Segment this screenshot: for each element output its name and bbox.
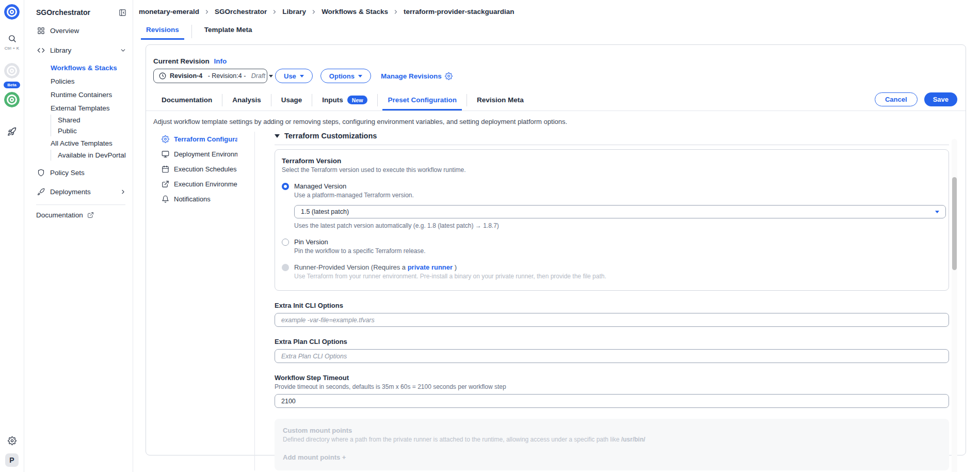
sidebar-item-shared[interactable]: Shared	[58, 115, 133, 125]
chevron-right-icon[interactable]	[120, 188, 126, 195]
save-button[interactable]: Save	[924, 92, 957, 106]
sidebar-item-label: Deployments	[50, 188, 115, 196]
subtab-divider	[222, 94, 222, 106]
subtab-usage[interactable]: Usage	[276, 92, 308, 111]
workspace-logo-green-icon[interactable]	[4, 92, 20, 107]
options-button[interactable]: Options	[320, 69, 371, 83]
sidebar-item-available-devportal[interactable]: Available in DevPortal	[58, 150, 133, 161]
tab-revisions[interactable]: Revisions	[141, 23, 184, 40]
timeout-label: Workflow Step Timeout	[275, 374, 949, 382]
managed-version-radio[interactable]	[282, 183, 289, 190]
terraform-version-subtitle: Select the Terraform version used to exe…	[282, 166, 938, 174]
nav-terraform-configuration[interactable]: Terraform Configuration	[162, 132, 254, 147]
nav-item-label: Terraform Configuration	[174, 135, 237, 143]
tab-template-meta[interactable]: Template Meta	[199, 23, 258, 40]
private-runner-link[interactable]: private runner	[408, 263, 453, 271]
timeout-input[interactable]	[275, 394, 949, 408]
use-button[interactable]: Use	[275, 69, 313, 83]
sidebar-item-external-templates[interactable]: External Templates	[24, 101, 133, 115]
subtab-revision-meta[interactable]: Revision Meta	[472, 92, 529, 111]
timeout-help: Provide timeout in seconds, defaults is …	[275, 383, 949, 390]
beta-badge: Beta	[4, 82, 20, 88]
gear-icon	[162, 135, 169, 143]
caret-down-icon	[935, 211, 939, 213]
user-avatar[interactable]: P	[5, 453, 19, 467]
workspace-title: SGOrchestrator	[36, 8, 90, 17]
cancel-button[interactable]: Cancel	[875, 92, 918, 106]
sidebar-item-public[interactable]: Public	[58, 125, 133, 136]
sidebar-item-policies[interactable]: Policies	[24, 74, 133, 88]
sidebar-item-all-active-templates[interactable]: All Active Templates	[24, 136, 133, 150]
sidebar: SGOrchestrator Overview Li	[24, 0, 133, 472]
preset-config-description: Adjust workflow template settings by add…	[146, 111, 966, 125]
caret-down-icon	[300, 75, 304, 77]
sidebar-item-runtime-containers[interactable]: Runtime Containers	[24, 88, 133, 101]
extra-plan-label: Extra Plan CLI Options	[275, 338, 949, 345]
breadcrumb-library[interactable]: Library	[282, 8, 306, 15]
clock-icon	[159, 72, 166, 80]
breadcrumb-org[interactable]: monetary-emerald	[139, 8, 199, 15]
workspace-logo-beta-icon[interactable]	[4, 63, 20, 78]
section-header-terraform-customizations[interactable]: Terraform Customizations	[275, 132, 949, 145]
revision-detail: - Revision:4 -	[206, 72, 248, 80]
chevron-right-icon	[204, 9, 210, 15]
chevron-down-icon[interactable]	[120, 47, 126, 54]
extra-init-input[interactable]	[275, 313, 949, 327]
breadcrumb-workflows[interactable]: Workflows & Stacks	[322, 8, 388, 15]
add-mount-points-button: Add mount points +	[283, 453, 941, 461]
nav-content-divider	[254, 132, 255, 470]
nav-execution-schedules[interactable]: Execution Schedules	[162, 162, 254, 177]
scrollbar-track[interactable]	[952, 139, 957, 472]
mount-title: Custom mount points	[283, 427, 941, 434]
manage-revisions-link[interactable]: Manage Revisions	[381, 72, 453, 80]
subtab-documentation[interactable]: Documentation	[156, 92, 217, 111]
nav-item-label: Execution Environment &	[174, 180, 237, 188]
app-root: Ctrl + K Beta	[0, 0, 980, 472]
sidebar-item-workflows-stacks[interactable]: Workflows & Stacks	[24, 61, 133, 74]
sidebar-item-deployments[interactable]: Deployments	[24, 185, 133, 198]
pin-version-label: Pin Version	[294, 238, 426, 246]
nav-execution-environment[interactable]: Execution Environment &	[162, 177, 254, 192]
terraform-version-title: Terraform Version	[282, 157, 938, 165]
terraform-customizations-section: Terraform Customizations Terraform Versi…	[275, 132, 949, 470]
monitor-icon	[162, 150, 169, 158]
code-icon	[37, 46, 45, 54]
sidebar-collapse-icon[interactable]	[119, 9, 126, 17]
nav-deployment-environment[interactable]: Deployment Environment	[162, 147, 254, 162]
mount-help-path: /usr/bin/	[621, 436, 646, 443]
sidebar-item-overview[interactable]: Overview	[24, 24, 133, 37]
revision-selector[interactable]: Revision-4 - Revision:4 - Draft	[153, 69, 267, 83]
nav-notifications[interactable]: Notifications	[162, 192, 254, 207]
scrollbar-thumb[interactable]	[952, 177, 957, 270]
config-section-nav: Terraform Configuration Deployment Envir…	[162, 132, 254, 470]
search-icon[interactable]	[8, 34, 17, 43]
search-shortcut-hint: Ctrl + K	[5, 46, 20, 51]
rocket-icon[interactable]	[7, 127, 17, 136]
breadcrumb-workspace[interactable]: SGOrchestrator	[215, 8, 267, 15]
breadcrumb-template[interactable]: terraform-provider-stackguardian	[404, 8, 515, 15]
current-revision-label: Current Revision	[153, 57, 210, 65]
mount-help: Defined directory where a path from the …	[283, 436, 941, 443]
nav-item-label: Execution Schedules	[174, 165, 237, 173]
subtab-preset-configuration[interactable]: Preset Configuration	[382, 92, 462, 111]
settings-gear-icon[interactable]	[8, 436, 17, 445]
brand-logo-icon[interactable]	[4, 4, 20, 20]
sidebar-item-policy-sets[interactable]: Policy Sets	[24, 166, 133, 179]
extra-plan-input[interactable]	[275, 349, 949, 363]
subtab-analysis[interactable]: Analysis	[227, 92, 266, 111]
chevron-right-icon	[311, 9, 317, 15]
managed-version-help: Use a platform-managed Terraform version…	[294, 192, 414, 199]
sidebar-item-documentation[interactable]: Documentation	[24, 205, 133, 219]
sidebar-item-library[interactable]: Library	[24, 43, 133, 57]
terraform-version-dropdown[interactable]: 1.5 (latest patch)	[294, 205, 946, 218]
bell-icon	[162, 195, 169, 203]
manage-revisions-label: Manage Revisions	[381, 72, 442, 80]
pin-version-radio[interactable]	[282, 239, 289, 246]
runner-label-pre: Runner-Provided Version (Requires a	[294, 263, 408, 271]
info-link[interactable]: Info	[214, 57, 227, 65]
custom-mount-points-section: Custom mount points Defined directory wh…	[275, 419, 949, 470]
terraform-version-box: Terraform Version Select the Terraform v…	[275, 149, 949, 291]
rocket-small-icon	[37, 188, 45, 196]
main-area: monetary-emerald SGOrchestrator Library …	[133, 0, 980, 472]
subtab-inputs[interactable]: Inputs New	[317, 91, 373, 111]
